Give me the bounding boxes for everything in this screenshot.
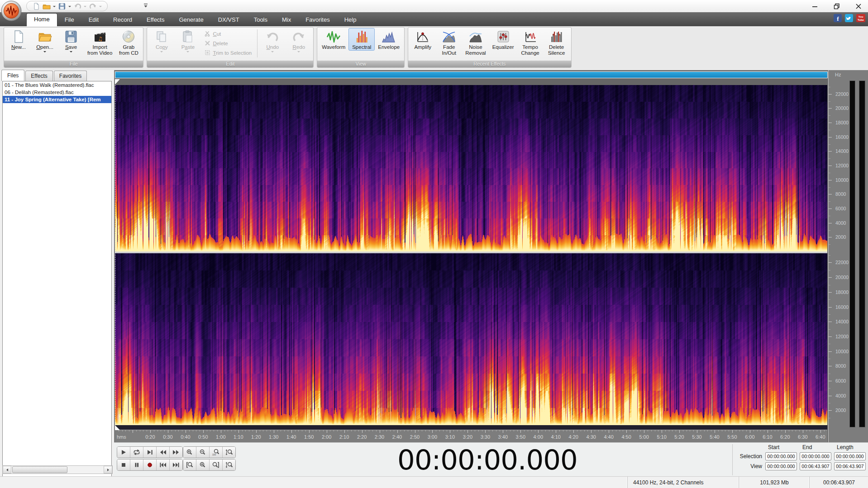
sidebar-tab-files[interactable]: Files — [1, 70, 24, 81]
file-item[interactable]: 01 - The Blues Walk (Remastered).flac — [3, 81, 111, 89]
minimize-button[interactable] — [810, 2, 820, 11]
zoom-to-selection-button[interactable] — [183, 460, 196, 470]
qat-redo-dropdown[interactable] — [99, 6, 102, 9]
pause-button[interactable] — [130, 460, 143, 470]
tab-generate[interactable]: Generate — [172, 14, 210, 26]
tab-favorites[interactable]: Favorites — [298, 14, 337, 26]
scrollbar-track[interactable] — [11, 466, 104, 474]
overview-scrollbar[interactable] — [115, 71, 828, 78]
redo-button[interactable]: Redo — [286, 28, 312, 54]
scroll-right-button[interactable] — [104, 466, 112, 474]
ruler-label: 2:20 — [357, 434, 367, 440]
cut-button[interactable]: Cut — [205, 31, 252, 38]
qat-open-dropdown[interactable] — [53, 6, 56, 9]
file-item[interactable]: 11 - Joy Spring (Alternative Take) [Rem — [3, 96, 111, 103]
view-length-field[interactable] — [834, 462, 866, 470]
dropdown-arrow-icon[interactable] — [70, 51, 72, 54]
scroll-left-button[interactable] — [3, 466, 11, 474]
equalizer-button[interactable]: Equalizer — [489, 28, 517, 51]
zoom-vertical-button[interactable] — [223, 447, 235, 458]
qat-open-button[interactable] — [43, 2, 51, 10]
amplify-button[interactable]: Amplify — [410, 28, 436, 51]
tab-edit[interactable]: Edit — [81, 14, 106, 26]
marker-strip[interactable] — [115, 79, 827, 85]
zoom-100-button[interactable]: 100 — [210, 447, 223, 458]
qat-undo-dropdown[interactable] — [84, 6, 86, 9]
ruler-tick — [372, 430, 373, 431]
selection-start-field[interactable] — [765, 452, 797, 460]
view-end-field[interactable] — [800, 462, 831, 470]
import-from-video-button[interactable]: ♫Import from Video — [84, 28, 115, 56]
waveform-button[interactable]: Waveform — [319, 28, 348, 51]
scrollbar-thumb[interactable] — [12, 466, 67, 473]
dropdown-arrow-icon[interactable] — [271, 51, 274, 54]
loop-button[interactable] — [130, 447, 143, 458]
envelope-button[interactable]: Envelope — [375, 28, 403, 51]
spectrogram-channel-2[interactable] — [115, 253, 827, 425]
grab-from-cd-button[interactable]: Grab from CD — [115, 28, 142, 56]
file-list-horizontal-scrollbar[interactable] — [2, 465, 113, 474]
go-to-start-button[interactable] — [157, 460, 170, 470]
playhead-marker-top-icon[interactable] — [115, 79, 120, 85]
close-button[interactable] — [854, 2, 863, 11]
dropdown-arrow-icon[interactable] — [160, 51, 163, 54]
dropdown-arrow-icon[interactable] — [186, 51, 189, 54]
fast-forward-button[interactable] — [170, 447, 182, 458]
tab-record[interactable]: Record — [106, 14, 139, 26]
restore-button[interactable] — [832, 2, 842, 11]
zoom-vertical-out-button[interactable] — [223, 460, 235, 470]
zoom-in-button[interactable] — [183, 447, 196, 458]
zoom-out-button[interactable] — [196, 447, 210, 458]
selection-length-field[interactable] — [834, 452, 866, 460]
qat-save-icon — [58, 3, 66, 10]
sidebar-tab-effects[interactable]: Effects — [25, 71, 52, 81]
twitter-icon[interactable] — [845, 14, 853, 22]
rewind-button[interactable] — [157, 447, 170, 458]
delete-silence-button[interactable]: Delete Silence — [544, 28, 570, 56]
qat-undo-button[interactable] — [73, 2, 81, 10]
spectrogram-channel-1[interactable] — [115, 85, 827, 251]
selection-end-field[interactable] — [800, 452, 831, 460]
spectral-button[interactable]: Spectral — [348, 28, 375, 51]
tab-tools[interactable]: Tools — [247, 14, 275, 26]
stop-button[interactable] — [117, 460, 130, 470]
qat-redo-button[interactable] — [89, 2, 97, 10]
ruler-tick — [309, 430, 310, 433]
new-button[interactable]: New... — [5, 28, 32, 51]
tab-dx-vst[interactable]: DX/VST — [211, 14, 247, 26]
facebook-icon[interactable]: f — [834, 14, 842, 22]
time-ruler[interactable]: hms 0:200:300:400:501:001:101:201:301:40… — [115, 430, 827, 443]
tab-file[interactable]: File — [57, 14, 81, 26]
go-to-end-button[interactable] — [170, 460, 182, 470]
qat-new-button[interactable] — [32, 2, 40, 10]
trim-to-selection-button[interactable]: Trim to Selection — [205, 50, 252, 57]
open-button[interactable]: Open... — [32, 28, 58, 54]
app-logo[interactable] — [1, 0, 22, 21]
zoom-window-button[interactable] — [196, 460, 210, 470]
dropdown-arrow-icon[interactable] — [297, 51, 300, 54]
tab-mix[interactable]: Mix — [275, 14, 298, 26]
file-item[interactable]: 06 - Delilah (Remastered).flac — [3, 89, 111, 96]
tab-effects[interactable]: Effects — [139, 14, 172, 26]
tab-help[interactable]: Help — [337, 14, 364, 26]
qat-save-dropdown[interactable] — [68, 6, 71, 9]
play-button[interactable] — [117, 447, 130, 458]
copy-button[interactable]: Copy — [148, 28, 175, 54]
paste-button[interactable]: Paste — [175, 28, 201, 54]
dropdown-arrow-icon[interactable] — [43, 51, 46, 54]
tempo-change-button[interactable]: Tempo Change — [517, 28, 544, 56]
fade-in-out-button[interactable]: Fade In/Out — [436, 28, 462, 56]
delete-button[interactable]: Delete — [205, 40, 252, 47]
record-button[interactable] — [143, 460, 157, 470]
zoom-out-full-button[interactable] — [210, 460, 223, 470]
qat-customize-button[interactable] — [143, 3, 148, 8]
qat-save-button[interactable] — [58, 2, 66, 10]
save-button[interactable]: Save — [58, 28, 84, 54]
undo-button[interactable]: Undo — [259, 28, 286, 54]
youtube-icon[interactable]: YouTube — [856, 14, 864, 22]
noise-removal-button[interactable]: Noise Removal — [462, 28, 489, 56]
sidebar-tab-favorites[interactable]: Favorites — [54, 71, 87, 81]
view-start-field[interactable] — [765, 462, 797, 470]
tab-home[interactable]: Home — [26, 13, 57, 26]
play-to-end-button[interactable] — [143, 447, 157, 458]
